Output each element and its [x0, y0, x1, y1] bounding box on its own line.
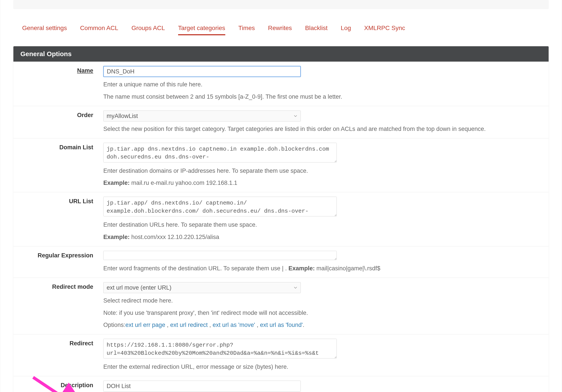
- description-input[interactable]: [103, 380, 301, 392]
- opt-ext-url-err-page[interactable]: ext url err page: [126, 322, 165, 328]
- domain-list-textarea[interactable]: jp.tiar.app dns.nextdns.io captnemo.in e…: [103, 143, 337, 162]
- redirect-mode-help2: Note: if you use 'transparent proxy', th…: [103, 309, 540, 318]
- panel-title: General Options: [13, 46, 549, 62]
- url-list-textarea[interactable]: jp.tiar.app/ dns.nextdns.io/ captnemo.in…: [103, 197, 337, 216]
- label-name: Name: [13, 66, 103, 74]
- tab-general-settings[interactable]: General settings: [22, 22, 67, 35]
- redirect-mode-options: Options:ext url err page , ext url redir…: [103, 321, 540, 330]
- tab-times[interactable]: Times: [238, 22, 255, 35]
- tab-blacklist[interactable]: Blacklist: [305, 22, 328, 35]
- opt-ext-url-move[interactable]: ext url as 'move': [212, 322, 255, 328]
- tab-common-acl[interactable]: Common ACL: [80, 22, 118, 35]
- domain-list-example: Example: mail.ru e-mail.ru yahoo.com 192…: [103, 178, 540, 188]
- label-domain-list: Domain List: [13, 143, 103, 151]
- general-options-panel: General Options Name Enter a unique name…: [13, 46, 549, 392]
- redirect-help: Enter the external redirection URL, erro…: [103, 362, 540, 372]
- domain-list-help: Enter destination domains or IP-addresse…: [103, 166, 540, 176]
- redirect-mode-help1: Select redirect mode here.: [103, 296, 540, 305]
- row-domain-list: Domain List jp.tiar.app dns.nextdns.io c…: [13, 138, 549, 193]
- redirect-mode-select[interactable]: ext url move (enter URL): [103, 282, 301, 293]
- order-select[interactable]: myAllowList: [103, 111, 301, 121]
- redirect-textarea[interactable]: https://192.168.1.1:8080/sgerror.php?url…: [103, 339, 337, 358]
- name-help1: Enter a unique name of this rule here.: [103, 80, 540, 89]
- label-url-list: URL List: [13, 197, 103, 205]
- url-list-help: Enter destination URLs here. To separate…: [103, 220, 540, 230]
- regex-textarea[interactable]: [103, 251, 337, 260]
- label-description: Description: [13, 380, 103, 389]
- opt-ext-url-redirect[interactable]: ext url redirect: [170, 322, 208, 328]
- tabs-row: General settings Common ACL Groups ACL T…: [0, 13, 562, 35]
- opt-ext-url-found[interactable]: ext url as 'found': [260, 322, 303, 328]
- name-input[interactable]: [103, 66, 301, 77]
- row-redirect: Redirect https://192.168.1.1:8080/sgerro…: [13, 334, 549, 376]
- url-list-example: Example: host.com/xxx 12.10.220.125/alis…: [103, 233, 540, 242]
- row-regex: Regular Expression Enter word fragments …: [13, 246, 549, 278]
- tab-log[interactable]: Log: [341, 22, 351, 35]
- name-help2: The name must consist between 2 and 15 s…: [103, 92, 540, 102]
- top-bar: [13, 0, 549, 9]
- row-redirect-mode: Redirect mode ext url move (enter URL) S…: [13, 278, 549, 334]
- tab-target-categories[interactable]: Target categories: [178, 22, 225, 35]
- row-url-list: URL List jp.tiar.app/ dns.nextdns.io/ ca…: [13, 192, 549, 246]
- label-order: Order: [13, 111, 103, 119]
- order-help: Select the new position for this target …: [103, 125, 540, 134]
- tab-groups-acl[interactable]: Groups ACL: [131, 22, 165, 35]
- label-regex: Regular Expression: [13, 251, 103, 259]
- tab-xmlrpc-sync[interactable]: XMLRPC Sync: [364, 22, 405, 35]
- label-redirect-mode: Redirect mode: [13, 282, 103, 290]
- row-name: Name Enter a unique name of this rule he…: [13, 62, 549, 106]
- label-redirect: Redirect: [13, 339, 103, 347]
- regex-help: Enter word fragments of the destination …: [103, 264, 540, 273]
- tab-rewrites[interactable]: Rewrites: [268, 22, 292, 35]
- row-order: Order myAllowList Select the new positio…: [13, 106, 549, 138]
- row-description: Description You may enter any descriptio…: [13, 376, 549, 392]
